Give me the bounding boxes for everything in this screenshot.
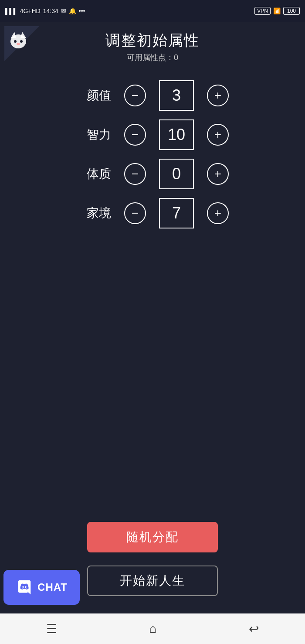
header: 调整初始属性 可用属性点：0	[0, 22, 305, 67]
chat-label: CHAT	[37, 581, 68, 593]
attr-label-appearance: 颜值	[76, 87, 111, 104]
family-value: 7	[159, 198, 194, 228]
notification-icon: 🔔	[69, 7, 76, 14]
attributes-container: 颜值 − 3 + 智力 − 10 + 体质 − 0 + 家境 − 7 +	[0, 76, 305, 233]
constitution-value: 0	[159, 159, 194, 189]
network-type: 4G+HD	[20, 7, 41, 14]
nav-back-icon[interactable]: ↩	[249, 622, 259, 636]
nav-menu-icon[interactable]: ☰	[46, 622, 57, 636]
time-display: 14:34	[43, 7, 58, 14]
dots-icon: •••	[79, 7, 85, 14]
status-bar: ▌▌▌ 4G+HD 14:34 ✉ 🔔 ••• VPN 📶 100	[0, 0, 305, 22]
appearance-value: 3	[159, 80, 194, 111]
status-left: ▌▌▌ 4G+HD 14:34 ✉ 🔔 •••	[5, 7, 85, 14]
mail-icon: ✉	[61, 7, 66, 14]
svg-point-4	[20, 40, 23, 43]
wifi-icon: 📶	[273, 7, 281, 14]
main-content: 颜值 − 3 + 智力 − 10 + 体质 − 0 + 家境 − 7 + 随机	[0, 67, 305, 613]
logo-container	[4, 26, 39, 61]
intelligence-plus-button[interactable]: +	[207, 124, 229, 146]
random-allocate-button[interactable]: 随机分配	[87, 522, 218, 552]
svg-marker-2	[20, 32, 26, 38]
attribute-row-intelligence: 智力 − 10 +	[0, 119, 305, 150]
svg-point-3	[14, 40, 17, 43]
svg-point-5	[17, 43, 20, 45]
constitution-plus-button[interactable]: +	[207, 163, 229, 185]
nav-home-icon[interactable]: ⌂	[149, 622, 157, 636]
appearance-minus-button[interactable]: −	[124, 85, 146, 106]
family-plus-button[interactable]: +	[207, 202, 229, 224]
attr-label-intelligence: 智力	[76, 126, 111, 143]
vpn-indicator: VPN	[254, 7, 271, 15]
start-new-life-button[interactable]: 开始新人生	[87, 566, 218, 596]
attr-label-constitution: 体质	[76, 166, 111, 182]
discord-icon	[16, 579, 33, 596]
nav-bar: ☰ ⌂ ↩	[0, 613, 305, 644]
chat-button[interactable]: CHAT	[3, 570, 80, 605]
intelligence-value: 10	[159, 119, 194, 150]
page-subtitle: 可用属性点：0	[127, 52, 178, 63]
family-minus-button[interactable]: −	[124, 202, 146, 224]
page-title: 调整初始属性	[105, 31, 200, 51]
constitution-minus-button[interactable]: −	[124, 163, 146, 185]
status-right: VPN 📶 100	[254, 7, 300, 15]
battery-indicator: 100	[283, 7, 300, 15]
intelligence-minus-button[interactable]: −	[124, 124, 146, 146]
attribute-row-appearance: 颜值 − 3 +	[0, 80, 305, 111]
network-indicator: ▌▌▌	[5, 8, 17, 14]
appearance-plus-button[interactable]: +	[207, 85, 229, 106]
svg-marker-1	[11, 32, 16, 38]
attr-label-family: 家境	[76, 205, 111, 221]
attribute-row-family: 家境 − 7 +	[0, 198, 305, 228]
attribute-row-constitution: 体质 − 0 +	[0, 159, 305, 189]
app-logo	[7, 28, 30, 52]
